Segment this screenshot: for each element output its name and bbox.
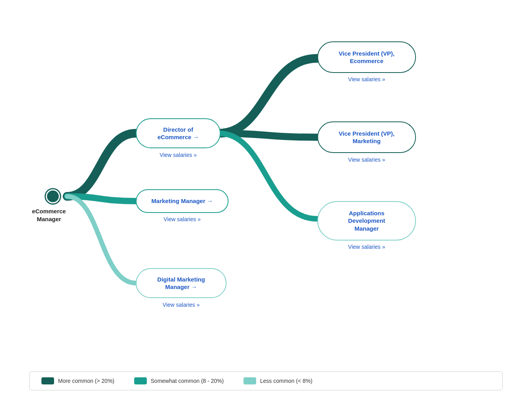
digital-mktg-label: Digital MarketingManager → <box>157 276 205 291</box>
digital-mktg-view-salaries[interactable]: View salaries » <box>146 302 217 308</box>
marketing-mgr-view-salaries[interactable]: View salaries » <box>146 216 219 222</box>
app-dev-mgr-label: ApplicationsDevelopmentManager <box>348 209 385 233</box>
legend-swatch-light <box>244 377 256 384</box>
vp-ecommerce-label: Vice President (VP),Ecommerce <box>339 50 394 65</box>
chart-container: eCommerce Manager Director ofeCommerce →… <box>29 20 503 394</box>
vp-marketing-view-salaries[interactable]: View salaries » <box>333 157 400 163</box>
legend-swatch-mid <box>134 377 147 384</box>
origin-label: eCommerce Manager <box>29 207 69 223</box>
vp-marketing-label: Vice President (VP),Marketing <box>339 130 394 145</box>
marketing-mgr-node[interactable]: Marketing Manager → <box>136 189 229 213</box>
legend-item-less-common: Less common (< 8%) <box>244 377 313 384</box>
app-dev-mgr-view-salaries[interactable]: View salaries » <box>333 244 400 250</box>
director-label: Director ofeCommerce → <box>157 126 199 141</box>
connections-svg <box>29 20 503 394</box>
director-view-salaries[interactable]: View salaries » <box>146 152 211 158</box>
legend: More common (> 20%) Somewhat common (8 -… <box>29 371 503 390</box>
legend-label-somewhat-common: Somewhat common (8 - 20%) <box>151 378 224 384</box>
vp-ecommerce-node[interactable]: Vice President (VP),Ecommerce <box>317 41 416 73</box>
digital-mktg-node[interactable]: Digital MarketingManager → <box>136 268 227 298</box>
origin-node <box>46 189 60 203</box>
director-node[interactable]: Director ofeCommerce → <box>136 118 221 148</box>
marketing-mgr-label: Marketing Manager → <box>152 197 213 205</box>
legend-label-less-common: Less common (< 8%) <box>260 378 313 384</box>
legend-swatch-dark <box>41 377 54 384</box>
legend-item-more-common: More common (> 20%) <box>41 377 114 384</box>
app-dev-mgr-node[interactable]: ApplicationsDevelopmentManager <box>317 201 416 241</box>
vp-ecommerce-view-salaries[interactable]: View salaries » <box>333 76 400 82</box>
vp-marketing-node[interactable]: Vice President (VP),Marketing <box>317 121 416 153</box>
legend-label-more-common: More common (> 20%) <box>58 378 114 384</box>
legend-item-somewhat-common: Somewhat common (8 - 20%) <box>134 377 224 384</box>
